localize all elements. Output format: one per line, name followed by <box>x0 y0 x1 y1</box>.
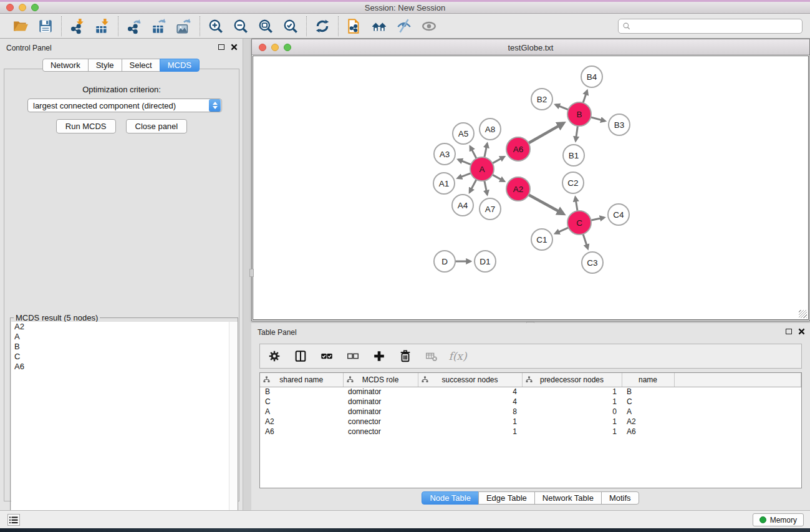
delete-icon[interactable] <box>397 348 413 364</box>
import-table-icon[interactable] <box>93 17 112 36</box>
export-image-icon[interactable] <box>175 17 193 36</box>
edge-C-C1[interactable] <box>556 228 569 234</box>
zoom-selected-icon[interactable] <box>281 17 300 36</box>
graph-node-D[interactable]: D <box>434 251 455 272</box>
column-header-predecessor-nodes[interactable]: predecessor nodes <box>522 373 622 387</box>
table-tab-edge-table[interactable]: Edge Table <box>478 491 535 505</box>
export-network-icon[interactable] <box>125 17 143 36</box>
table-row[interactable]: Bdominator41B <box>260 387 801 397</box>
graph-node-A4[interactable]: A4 <box>452 195 473 216</box>
float-table-panel-icon[interactable] <box>786 329 792 334</box>
table-row[interactable]: A2connector11A2 <box>260 417 801 427</box>
new-network-from-selection-icon[interactable] <box>345 17 364 36</box>
edge-A-A3[interactable] <box>458 160 471 165</box>
deselect-all-icon[interactable] <box>345 348 361 364</box>
graph-node-C4[interactable]: C4 <box>608 204 629 225</box>
run-mcds-button[interactable]: Run MCDS <box>56 119 116 133</box>
network-graph[interactable]: B4B2BB3A5A8A6A3B1AC2A1A2A4A7C4CC1C3DD1 <box>253 56 808 319</box>
tab-select[interactable]: Select <box>122 59 160 72</box>
edge-B-B1[interactable] <box>576 126 577 141</box>
first-neighbors-icon[interactable] <box>370 17 388 36</box>
tab-style[interactable]: Style <box>88 59 122 72</box>
edge-A2-C[interactable] <box>529 195 564 214</box>
table-row[interactable]: Cdominator41C <box>260 397 801 407</box>
graph-node-A8[interactable]: A8 <box>480 118 501 140</box>
columns-icon[interactable] <box>292 348 309 364</box>
result-item-c[interactable]: C <box>11 352 238 362</box>
graph-node-A3[interactable]: A3 <box>434 143 455 165</box>
network-window-titlebar[interactable]: testGlobe.txt <box>252 39 809 55</box>
import-network-icon[interactable] <box>68 17 87 36</box>
graph-node-A2[interactable]: A2 <box>506 177 530 201</box>
graph-node-B4[interactable]: B4 <box>581 66 602 87</box>
edge-B-B4[interactable] <box>583 90 587 103</box>
show-all-icon[interactable] <box>420 17 438 36</box>
edge-A-A4[interactable] <box>470 180 476 192</box>
graph-node-D1[interactable]: D1 <box>475 251 496 272</box>
mcds-result-list[interactable]: A2ABCA6 <box>11 322 238 528</box>
edge-A6-B[interactable] <box>528 123 563 143</box>
node-table[interactable]: shared nameMCDS rolesuccessor nodesprede… <box>259 372 802 488</box>
tab-mcds[interactable]: MCDS <box>160 59 200 72</box>
save-session-icon[interactable] <box>36 17 55 36</box>
hide-selected-icon[interactable] <box>395 17 413 36</box>
network-canvas[interactable]: B4B2BB3A5A8A6A3B1AC2A1A2A4A7C4CC1C3DD1 <box>253 56 809 320</box>
result-scrollbar[interactable] <box>229 322 238 528</box>
search-field[interactable] <box>634 22 798 31</box>
edge-C-C3[interactable] <box>583 234 588 249</box>
edge-A-A1[interactable] <box>458 173 471 178</box>
graph-node-C3[interactable]: C3 <box>582 252 603 273</box>
export-table-icon[interactable] <box>150 17 168 36</box>
column-header-successor-nodes[interactable]: successor nodes <box>418 373 522 387</box>
graph-node-B2[interactable]: B2 <box>531 89 552 110</box>
zoom-in-icon[interactable] <box>206 17 225 36</box>
edge-C-C2[interactable] <box>576 197 577 211</box>
edge-A-A8[interactable] <box>485 143 488 157</box>
gear-icon[interactable] <box>266 348 282 364</box>
resize-grip[interactable] <box>799 310 807 318</box>
table-tab-motifs[interactable]: Motifs <box>601 491 639 505</box>
open-file-icon[interactable] <box>11 17 30 36</box>
edge-A-A5[interactable] <box>470 147 476 158</box>
memory-button[interactable]: Memory <box>753 513 804 526</box>
edge-A-A6[interactable] <box>493 157 504 163</box>
result-item-a6[interactable]: A6 <box>11 362 238 372</box>
graph-node-C2[interactable]: C2 <box>562 172 584 193</box>
graph-node-A1[interactable]: A1 <box>433 173 455 194</box>
zoom-fit-icon[interactable] <box>256 17 275 36</box>
column-header-mcds-role[interactable]: MCDS role <box>343 373 418 387</box>
graph-node-A6[interactable]: A6 <box>506 137 530 161</box>
edge-B-B2[interactable] <box>556 105 568 110</box>
edge-C-C4[interactable] <box>591 218 604 220</box>
close-table-panel-icon[interactable] <box>798 328 805 335</box>
graph-node-A7[interactable]: A7 <box>480 198 501 220</box>
result-item-b[interactable]: B <box>11 342 238 352</box>
graph-node-A[interactable]: A <box>470 157 494 181</box>
criterion-dropdown[interactable]: largest connected component (directed) <box>27 99 222 112</box>
zoom-out-icon[interactable] <box>231 17 250 36</box>
refresh-icon[interactable] <box>313 17 332 36</box>
graph-node-B1[interactable]: B1 <box>563 145 584 166</box>
table-tab-node-table[interactable]: Node Table <box>422 491 479 505</box>
column-header-shared-name[interactable]: shared name <box>260 373 343 387</box>
select-all-icon[interactable] <box>319 348 335 364</box>
add-column-icon[interactable] <box>371 348 387 364</box>
search-input[interactable] <box>618 19 803 34</box>
vertical-splitter-handle[interactable] <box>249 269 254 277</box>
table-row[interactable]: Adominator80A <box>260 407 801 417</box>
edge-A-A7[interactable] <box>485 181 488 195</box>
graph-node-C[interactable]: C <box>567 211 591 235</box>
result-item-a[interactable]: A <box>11 332 238 342</box>
float-panel-icon[interactable] <box>218 44 224 50</box>
close-panel-icon[interactable] <box>231 44 238 51</box>
graph-node-A5[interactable]: A5 <box>453 123 474 144</box>
task-history-icon[interactable] <box>7 514 20 526</box>
graph-node-B[interactable]: B <box>567 102 591 126</box>
function-builder-icon[interactable]: f(x) <box>450 348 466 364</box>
edge-A-A2[interactable] <box>493 175 504 181</box>
table-row[interactable]: A6connector11A6 <box>260 427 801 437</box>
graph-node-B3[interactable]: B3 <box>609 114 630 135</box>
table-tab-network-table[interactable]: Network Table <box>534 491 602 505</box>
close-panel-button[interactable]: Close panel <box>126 119 188 133</box>
column-header-name[interactable]: name <box>622 373 674 387</box>
